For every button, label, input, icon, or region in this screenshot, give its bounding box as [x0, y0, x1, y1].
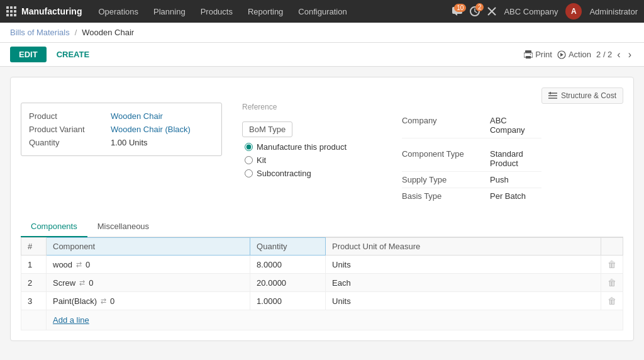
form-top: Product Wooden Chair Product Variant Woo… [21, 103, 541, 204]
row3-num: 3 [21, 292, 47, 310]
add-line-link[interactable]: Add a line [53, 315, 89, 325]
product-field-group: Product Wooden Chair Product Variant Woo… [21, 103, 222, 156]
svg-marker-19 [560, 53, 564, 57]
add-line-row: Add a line [21, 310, 623, 330]
row2-arrow-icon: ⇄ [79, 279, 85, 287]
row3-delete[interactable]: 🗑 [601, 292, 623, 310]
table-row: 2 Screw ⇄ 0 20.0000 Each 🗑 [21, 274, 623, 292]
table-row: 1 wood ⇄ 0 8.0000 Units 🗑 [21, 256, 623, 274]
row2-component: Screw ⇄ 0 [47, 274, 250, 292]
svg-point-17 [530, 53, 531, 55]
bom-type-manufacture-radio[interactable] [245, 143, 253, 151]
bom-type-manufacture-label: Manufacture this product [257, 142, 347, 152]
form-middle: Reference BoM Type Manufacture this prod… [242, 103, 382, 204]
row2-num: 2 [21, 274, 47, 292]
svg-rect-4 [10, 10, 13, 13]
grid-icon [6, 6, 16, 16]
bom-type-kit[interactable]: Kit [245, 155, 382, 165]
row3-uom: Units [326, 292, 601, 310]
row1-delete[interactable]: 🗑 [601, 256, 623, 274]
supply-type-row: Supply Type Push [402, 172, 541, 188]
nav-operations[interactable]: Operations [92, 4, 145, 19]
bom-type-section: BoM Type Manufacture this product Kit [242, 121, 382, 178]
close-button[interactable] [487, 7, 496, 16]
component-type-value: Standard Product [490, 149, 541, 168]
breadcrumb-parent[interactable]: Bills of Materials [10, 28, 70, 37]
bom-type-manufacture[interactable]: Manufacture this product [245, 142, 382, 152]
nav-products[interactable]: Products [194, 4, 239, 19]
breadcrumb: Bills of Materials / Wooden Chair [0, 23, 644, 43]
messages-button[interactable]: 10 [452, 7, 462, 16]
svg-rect-2 [14, 6, 16, 9]
quantity-value: 1.00 Units [111, 138, 148, 147]
quantity-row: Quantity 1.00 Units [29, 136, 214, 149]
bom-type-subcontracting-radio[interactable] [245, 169, 253, 177]
row1-qty: 8.0000 [250, 256, 326, 274]
page-info: 2 / 2 [596, 50, 612, 59]
row3-arrow-icon: ⇄ [101, 297, 106, 305]
bom-type-kit-label: Kit [257, 155, 266, 165]
nav-planning[interactable]: Planning [147, 4, 192, 19]
svg-rect-16 [526, 56, 531, 59]
form-left: Product Wooden Chair Product Variant Woo… [21, 103, 222, 204]
app-title: Manufacturing [21, 6, 82, 16]
svg-rect-8 [14, 14, 16, 16]
row2-component-name: Screw [53, 278, 75, 288]
bom-type-kit-radio[interactable] [245, 156, 253, 164]
th-actions [601, 238, 623, 256]
bom-type-subcontracting[interactable]: Subcontracting [245, 169, 382, 178]
row3-delete-icon[interactable]: 🗑 [608, 296, 616, 306]
quantity-label: Quantity [29, 138, 111, 147]
print-button[interactable]: Print [524, 50, 552, 59]
nav-configuration[interactable]: Configuration [292, 4, 353, 19]
product-variant-row: Product Variant Wooden Chair (Black) [29, 123, 214, 136]
nav-menu: Operations Planning Products Reporting C… [92, 4, 353, 19]
row1-arrow-icon: ⇄ [76, 261, 82, 269]
row3-demand-count: 0 [110, 296, 114, 306]
row1-delete-icon[interactable]: 🗑 [608, 259, 616, 269]
supply-type-label: Supply Type [402, 175, 490, 184]
row2-delete[interactable]: 🗑 [601, 274, 623, 292]
prev-page-button[interactable]: ‹ [614, 49, 623, 60]
top-navigation: Manufacturing Operations Planning Produc… [0, 0, 644, 23]
row1-uom: Units [326, 256, 601, 274]
bom-type-label: BoM Type [242, 121, 292, 137]
form-card: Structure & Cost Product Wooden Chair Pr… [10, 77, 634, 341]
action-button[interactable]: Action [557, 50, 591, 59]
action-icon [557, 50, 566, 59]
component-type-label: Component Type [402, 149, 490, 159]
company-value: ABC Company [490, 116, 541, 135]
action-label: Action [569, 50, 591, 59]
structure-cost-button[interactable]: Structure & Cost [541, 87, 623, 104]
supply-type-value: Push [490, 175, 509, 184]
user-name: Administrator [589, 7, 638, 16]
svg-rect-0 [6, 6, 9, 9]
structure-cost-label: Structure & Cost [561, 91, 616, 100]
edit-button[interactable]: EDIT [10, 47, 47, 62]
row1-component-name: wood [53, 260, 72, 269]
tab-miscellaneous[interactable]: Miscellaneous [87, 217, 159, 237]
th-component: Component [47, 238, 250, 256]
create-button[interactable]: CREATE [52, 47, 94, 62]
nav-right: 10 2 ABC Company A Administrator [452, 3, 638, 20]
reference-label: Reference [242, 103, 382, 111]
toolbar-actions: Print Action 2 / 2 ‹ › [524, 49, 634, 60]
nav-reporting[interactable]: Reporting [242, 4, 289, 19]
reference-section: Reference [242, 103, 382, 111]
product-variant-value[interactable]: Wooden Chair (Black) [111, 125, 191, 134]
product-variant-label: Product Variant [29, 125, 111, 134]
svg-rect-5 [14, 10, 16, 13]
th-num: # [21, 238, 47, 256]
product-value[interactable]: Wooden Chair [111, 111, 163, 121]
row1-demand-count: 0 [86, 260, 90, 269]
row2-delete-icon[interactable]: 🗑 [608, 278, 616, 288]
next-page-button[interactable]: › [626, 49, 634, 60]
app-grid[interactable]: Manufacturing [6, 6, 82, 16]
table-row: 3 Paint(Black) ⇄ 0 1.0000 Units 🗑 [21, 292, 623, 310]
basis-type-label: Basis Type [402, 191, 490, 201]
tab-components[interactable]: Components [21, 217, 87, 237]
activity-button[interactable]: 2 [470, 6, 480, 16]
company-name: ABC Company [504, 7, 558, 16]
company-label: Company [402, 116, 490, 125]
product-row: Product Wooden Chair [29, 110, 214, 123]
